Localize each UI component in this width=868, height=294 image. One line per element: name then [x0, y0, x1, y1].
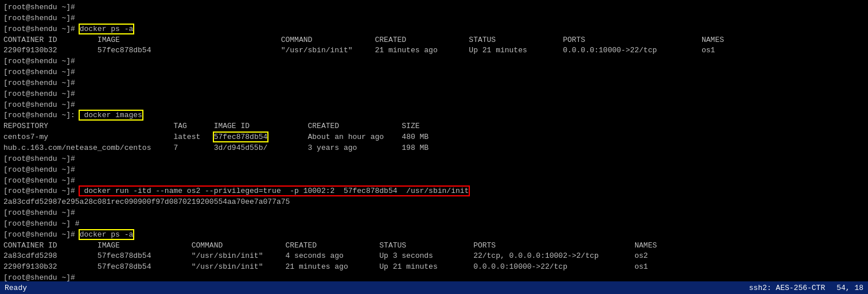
- terminal-line-repo-header: REPOSITORY TAG IMAGE ID CREATED SIZE: [3, 121, 865, 132]
- terminal-line-container-row: 2290f9130b32 57fec878db54 "/usr/sbin/ini…: [3, 45, 865, 56]
- terminal-line: [root@shendu ~]#: [3, 89, 865, 100]
- terminal-line: [root@shendu ~]#: [3, 13, 865, 24]
- terminal-line: [root@shendu ~]#: [3, 78, 865, 89]
- terminal-line: [root@shendu ~]#: [3, 273, 865, 281]
- terminal-window: [root@shendu ~]# [root@shendu ~]# [root@…: [0, 0, 868, 281]
- terminal-line-container-os2: 2a83cdfd5298 57fec878db54 "/usr/sbin/ini…: [3, 251, 865, 262]
- command-highlight-yellow: docker ps -a: [80, 25, 134, 33]
- command-highlight-yellow-ps2: docker ps -a: [80, 230, 134, 239]
- terminal-line: [root@shendu ~] #: [3, 219, 865, 230]
- command-highlight-red: docker run -itd --name os2 --privileged=…: [80, 187, 469, 195]
- terminal-line: [root@shendu ~]#: [3, 154, 865, 165]
- terminal-line: [root@shendu ~]#: [3, 208, 865, 219]
- terminal-line-docker-images: [root@shendu ~]: docker images: [3, 110, 865, 121]
- command-highlight-yellow-images: docker images: [80, 111, 142, 119]
- terminal-line: [root@shendu ~]#: [3, 176, 865, 187]
- terminal-line: [root@shendu ~]#: [3, 165, 865, 176]
- terminal-line-header-2: CONTAINER ID IMAGE COMMAND CREATED STATU…: [3, 241, 865, 252]
- terminal-line-hash: 2a83cdfd52987e295a28c081rec090900f97d087…: [3, 197, 865, 208]
- terminal-line: [root@shendu ~]#: [3, 56, 865, 67]
- terminal-line: [root@shendu ~]#: [3, 100, 865, 111]
- terminal-line-image-row-1: centos7-my latest 57fec878db54 About an …: [3, 132, 865, 143]
- status-bar: Ready ssh2: AES-256-CTR 54, 18: [0, 281, 868, 294]
- terminal-line-container-os1: 2290f9130b32 57fec878db54 "/usr/sbin/ini…: [3, 262, 865, 273]
- terminal-line-image-row-2: hub.c.163.com/netease_comb/centos 7 3d/d…: [3, 143, 865, 154]
- terminal-line-docker-ps-1: [root@shendu ~]# docker ps -a: [3, 24, 865, 35]
- terminal-line-docker-run: [root@shendu ~]# docker run -itd --name …: [3, 186, 865, 197]
- terminal-line-docker-ps-2: [root@shendu ~]# docker ps -a: [3, 230, 865, 241]
- status-ready: Ready: [5, 284, 27, 292]
- terminal-line-header: CONTAINER ID IMAGE COMMAND CREATED STATU…: [3, 35, 865, 46]
- terminal-line: [root@shendu ~]#: [3, 2, 865, 13]
- image-id-highlight: 57fec878db54: [214, 133, 268, 141]
- terminal-line: [root@shendu ~]#: [3, 67, 865, 78]
- status-position: 54, 18: [836, 284, 863, 292]
- status-right-section: ssh2: AES-256-CTR 54, 18: [749, 284, 863, 292]
- status-encryption: ssh2: AES-256-CTR: [749, 284, 826, 292]
